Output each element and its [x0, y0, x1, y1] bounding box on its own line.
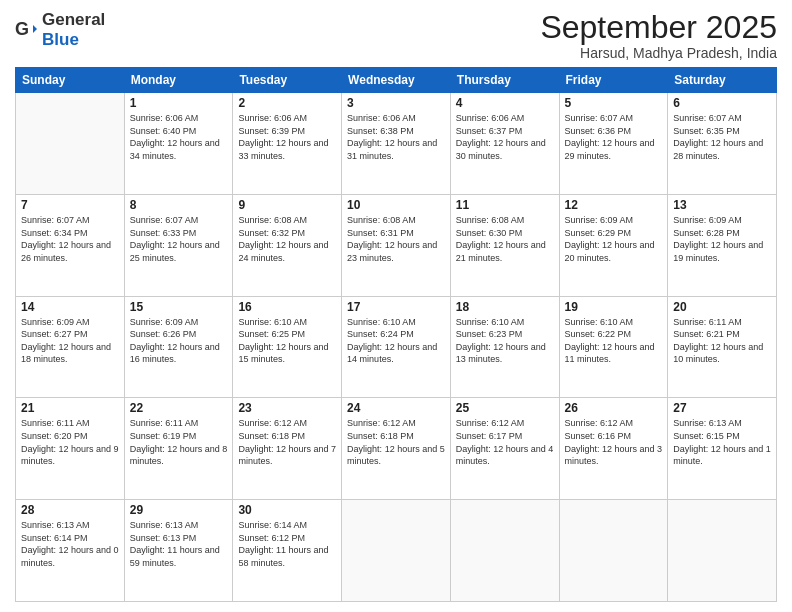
day-number: 8 — [130, 198, 228, 212]
table-row: 30Sunrise: 6:14 AMSunset: 6:12 PMDayligh… — [233, 500, 342, 602]
day-number: 11 — [456, 198, 554, 212]
logo-blue: Blue — [42, 30, 79, 49]
table-row — [668, 500, 777, 602]
day-info: Sunrise: 6:13 AMSunset: 6:15 PMDaylight:… — [673, 417, 771, 467]
col-wednesday: Wednesday — [342, 68, 451, 93]
col-sunday: Sunday — [16, 68, 125, 93]
svg-text:G: G — [15, 19, 29, 39]
day-info: Sunrise: 6:12 AMSunset: 6:18 PMDaylight:… — [347, 417, 445, 467]
logo-icon: G — [15, 19, 37, 41]
day-info: Sunrise: 6:06 AMSunset: 6:40 PMDaylight:… — [130, 112, 228, 162]
day-number: 27 — [673, 401, 771, 415]
col-monday: Monday — [124, 68, 233, 93]
calendar-week-row: 1Sunrise: 6:06 AMSunset: 6:40 PMDaylight… — [16, 93, 777, 195]
table-row: 5Sunrise: 6:07 AMSunset: 6:36 PMDaylight… — [559, 93, 668, 195]
table-row: 7Sunrise: 6:07 AMSunset: 6:34 PMDaylight… — [16, 194, 125, 296]
day-info: Sunrise: 6:08 AMSunset: 6:30 PMDaylight:… — [456, 214, 554, 264]
table-row: 23Sunrise: 6:12 AMSunset: 6:18 PMDayligh… — [233, 398, 342, 500]
day-number: 26 — [565, 401, 663, 415]
header: G General Blue September 2025 Harsud, Ma… — [15, 10, 777, 61]
col-thursday: Thursday — [450, 68, 559, 93]
day-number: 25 — [456, 401, 554, 415]
table-row: 11Sunrise: 6:08 AMSunset: 6:30 PMDayligh… — [450, 194, 559, 296]
day-info: Sunrise: 6:08 AMSunset: 6:31 PMDaylight:… — [347, 214, 445, 264]
day-number: 18 — [456, 300, 554, 314]
table-row: 20Sunrise: 6:11 AMSunset: 6:21 PMDayligh… — [668, 296, 777, 398]
table-row: 10Sunrise: 6:08 AMSunset: 6:31 PMDayligh… — [342, 194, 451, 296]
day-number: 16 — [238, 300, 336, 314]
table-row: 29Sunrise: 6:13 AMSunset: 6:13 PMDayligh… — [124, 500, 233, 602]
table-row: 3Sunrise: 6:06 AMSunset: 6:38 PMDaylight… — [342, 93, 451, 195]
table-row: 15Sunrise: 6:09 AMSunset: 6:26 PMDayligh… — [124, 296, 233, 398]
day-number: 5 — [565, 96, 663, 110]
day-number: 6 — [673, 96, 771, 110]
day-info: Sunrise: 6:12 AMSunset: 6:18 PMDaylight:… — [238, 417, 336, 467]
col-saturday: Saturday — [668, 68, 777, 93]
table-row — [559, 500, 668, 602]
day-number: 22 — [130, 401, 228, 415]
day-info: Sunrise: 6:13 AMSunset: 6:13 PMDaylight:… — [130, 519, 228, 569]
table-row: 18Sunrise: 6:10 AMSunset: 6:23 PMDayligh… — [450, 296, 559, 398]
day-number: 12 — [565, 198, 663, 212]
day-info: Sunrise: 6:07 AMSunset: 6:33 PMDaylight:… — [130, 214, 228, 264]
table-row — [16, 93, 125, 195]
logo-general: General — [42, 10, 105, 29]
day-number: 2 — [238, 96, 336, 110]
table-row: 26Sunrise: 6:12 AMSunset: 6:16 PMDayligh… — [559, 398, 668, 500]
table-row: 4Sunrise: 6:06 AMSunset: 6:37 PMDaylight… — [450, 93, 559, 195]
table-row: 2Sunrise: 6:06 AMSunset: 6:39 PMDaylight… — [233, 93, 342, 195]
day-number: 9 — [238, 198, 336, 212]
calendar-table: Sunday Monday Tuesday Wednesday Thursday… — [15, 67, 777, 602]
day-info: Sunrise: 6:07 AMSunset: 6:36 PMDaylight:… — [565, 112, 663, 162]
day-number: 20 — [673, 300, 771, 314]
day-info: Sunrise: 6:11 AMSunset: 6:20 PMDaylight:… — [21, 417, 119, 467]
table-row — [450, 500, 559, 602]
table-row: 14Sunrise: 6:09 AMSunset: 6:27 PMDayligh… — [16, 296, 125, 398]
day-number: 29 — [130, 503, 228, 517]
day-number: 15 — [130, 300, 228, 314]
table-row: 6Sunrise: 6:07 AMSunset: 6:35 PMDaylight… — [668, 93, 777, 195]
day-number: 13 — [673, 198, 771, 212]
svg-marker-1 — [33, 25, 37, 33]
page: G General Blue September 2025 Harsud, Ma… — [0, 0, 792, 612]
calendar-header-row: Sunday Monday Tuesday Wednesday Thursday… — [16, 68, 777, 93]
day-info: Sunrise: 6:10 AMSunset: 6:22 PMDaylight:… — [565, 316, 663, 366]
day-number: 17 — [347, 300, 445, 314]
table-row: 27Sunrise: 6:13 AMSunset: 6:15 PMDayligh… — [668, 398, 777, 500]
table-row: 28Sunrise: 6:13 AMSunset: 6:14 PMDayligh… — [16, 500, 125, 602]
table-row: 19Sunrise: 6:10 AMSunset: 6:22 PMDayligh… — [559, 296, 668, 398]
day-info: Sunrise: 6:14 AMSunset: 6:12 PMDaylight:… — [238, 519, 336, 569]
day-number: 23 — [238, 401, 336, 415]
month-title: September 2025 — [540, 10, 777, 45]
title-block: September 2025 Harsud, Madhya Pradesh, I… — [540, 10, 777, 61]
calendar-week-row: 14Sunrise: 6:09 AMSunset: 6:27 PMDayligh… — [16, 296, 777, 398]
location-subtitle: Harsud, Madhya Pradesh, India — [540, 45, 777, 61]
table-row — [342, 500, 451, 602]
table-row: 25Sunrise: 6:12 AMSunset: 6:17 PMDayligh… — [450, 398, 559, 500]
day-info: Sunrise: 6:09 AMSunset: 6:29 PMDaylight:… — [565, 214, 663, 264]
day-number: 3 — [347, 96, 445, 110]
day-info: Sunrise: 6:10 AMSunset: 6:25 PMDaylight:… — [238, 316, 336, 366]
day-info: Sunrise: 6:10 AMSunset: 6:23 PMDaylight:… — [456, 316, 554, 366]
day-info: Sunrise: 6:07 AMSunset: 6:35 PMDaylight:… — [673, 112, 771, 162]
day-info: Sunrise: 6:06 AMSunset: 6:37 PMDaylight:… — [456, 112, 554, 162]
day-info: Sunrise: 6:12 AMSunset: 6:16 PMDaylight:… — [565, 417, 663, 467]
day-info: Sunrise: 6:11 AMSunset: 6:21 PMDaylight:… — [673, 316, 771, 366]
logo: G General Blue — [15, 10, 105, 50]
day-info: Sunrise: 6:06 AMSunset: 6:39 PMDaylight:… — [238, 112, 336, 162]
table-row: 1Sunrise: 6:06 AMSunset: 6:40 PMDaylight… — [124, 93, 233, 195]
table-row: 8Sunrise: 6:07 AMSunset: 6:33 PMDaylight… — [124, 194, 233, 296]
day-info: Sunrise: 6:09 AMSunset: 6:28 PMDaylight:… — [673, 214, 771, 264]
table-row: 21Sunrise: 6:11 AMSunset: 6:20 PMDayligh… — [16, 398, 125, 500]
day-info: Sunrise: 6:08 AMSunset: 6:32 PMDaylight:… — [238, 214, 336, 264]
day-info: Sunrise: 6:07 AMSunset: 6:34 PMDaylight:… — [21, 214, 119, 264]
calendar-week-row: 7Sunrise: 6:07 AMSunset: 6:34 PMDaylight… — [16, 194, 777, 296]
table-row: 24Sunrise: 6:12 AMSunset: 6:18 PMDayligh… — [342, 398, 451, 500]
col-friday: Friday — [559, 68, 668, 93]
day-info: Sunrise: 6:12 AMSunset: 6:17 PMDaylight:… — [456, 417, 554, 467]
day-number: 28 — [21, 503, 119, 517]
day-number: 1 — [130, 96, 228, 110]
calendar-week-row: 28Sunrise: 6:13 AMSunset: 6:14 PMDayligh… — [16, 500, 777, 602]
table-row: 13Sunrise: 6:09 AMSunset: 6:28 PMDayligh… — [668, 194, 777, 296]
day-info: Sunrise: 6:10 AMSunset: 6:24 PMDaylight:… — [347, 316, 445, 366]
